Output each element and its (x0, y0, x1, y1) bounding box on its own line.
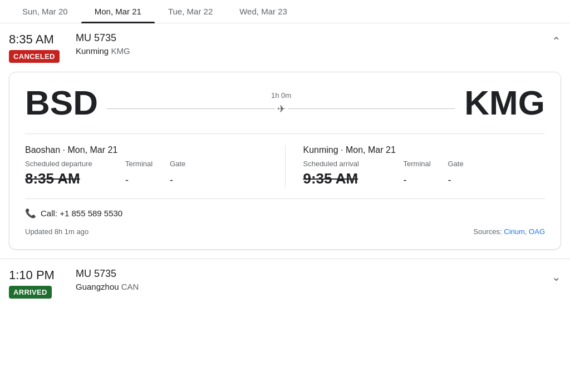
arrival-col: Kunming · Mon, Mar 21 Scheduled arrival … (286, 145, 546, 187)
flight1-card: BSD 1h 0m ✈ KMG Baoshan · Mon, Mar 21 Sc… (9, 72, 561, 250)
source-cirium-link[interactable]: Cirium (504, 227, 525, 236)
flight1-collapse-button[interactable]: ⌃ (552, 34, 561, 48)
flight2-city: Guangzhou CAN (76, 282, 561, 291)
route-middle: 1h 0m ✈ (98, 91, 464, 115)
arr-terminal: - (404, 175, 448, 186)
airport-details: Baoshan · Mon, Mar 21 Scheduled departur… (25, 133, 545, 187)
flight1-header[interactable]: 8:35 AM CANCELED MU 5735 Kunming KMG ⌃ (0, 23, 570, 67)
route-line: ✈ (107, 103, 455, 115)
dest-iata: KMG (464, 86, 545, 120)
dep-gate: - (170, 175, 173, 186)
arrival-time: 9:35 AM (303, 170, 404, 187)
departure-col: Baoshan · Mon, Mar 21 Scheduled departur… (25, 145, 286, 187)
flight2-header[interactable]: 1:10 PM ARRIVED MU 5735 Guangzhou CAN ⌄ (0, 259, 570, 307)
route-row: BSD 1h 0m ✈ KMG (25, 86, 545, 120)
arrival-labels: Scheduled arrival Terminal Gate (303, 160, 546, 168)
sources: Sources: Cirium, OAG (473, 227, 545, 236)
flight1-status-badge: CANCELED (9, 50, 60, 63)
departure-time: 8:35 AM (25, 170, 125, 187)
flight2-number: MU 5735 (76, 268, 561, 280)
flight1-number: MU 5735 (76, 32, 561, 44)
card-footer: Updated 8h 1m ago Sources: Cirium, OAG (25, 227, 545, 236)
flight1-city: Kunming KMG (76, 46, 561, 56)
flight2-status-badge: ARRIVED (9, 286, 52, 299)
route-line-bar (107, 108, 275, 109)
route-line-bar2 (288, 108, 456, 109)
arr-gate: - (448, 175, 451, 186)
tab-sun-mar20[interactable]: Sun, Mar 20 (9, 0, 81, 23)
plane-icon: ✈ (277, 103, 286, 115)
phone-number[interactable]: Call: +1 855 589 5530 (41, 209, 122, 218)
flight1-info: MU 5735 Kunming KMG (76, 32, 561, 56)
flight2-time: 1:10 PM ARRIVED (9, 268, 76, 299)
arrival-values: 9:35 AM - - (303, 170, 546, 187)
departure-values: 8:35 AM - - (25, 170, 267, 187)
departure-labels: Scheduled departure Terminal Gate (25, 160, 267, 168)
departure-city: Baoshan · Mon, Mar 21 (25, 145, 267, 155)
flight1-time: 8:35 AM CANCELED (9, 32, 76, 63)
tab-mon-mar21[interactable]: Mon, Mar 21 (81, 0, 155, 23)
flight2-expand-button[interactable]: ⌄ (552, 270, 561, 284)
phone-row: 📞 Call: +1 855 589 5530 (25, 199, 545, 219)
origin-iata: BSD (25, 86, 98, 120)
date-nav: Sun, Mar 20 Mon, Mar 21 Tue, Mar 22 Wed,… (0, 0, 570, 23)
updated-text: Updated 8h 1m ago (25, 227, 89, 236)
flight-duration: 1h 0m (271, 91, 291, 100)
arrival-city: Kunming · Mon, Mar 21 (303, 145, 546, 155)
phone-icon: 📞 (25, 208, 36, 219)
flight2-info: MU 5735 Guangzhou CAN (76, 268, 561, 291)
tab-wed-mar23[interactable]: Wed, Mar 23 (226, 0, 301, 23)
dep-terminal: - (125, 175, 170, 186)
tab-tue-mar22[interactable]: Tue, Mar 22 (155, 0, 226, 23)
source-oag-link[interactable]: OAG (529, 227, 545, 236)
